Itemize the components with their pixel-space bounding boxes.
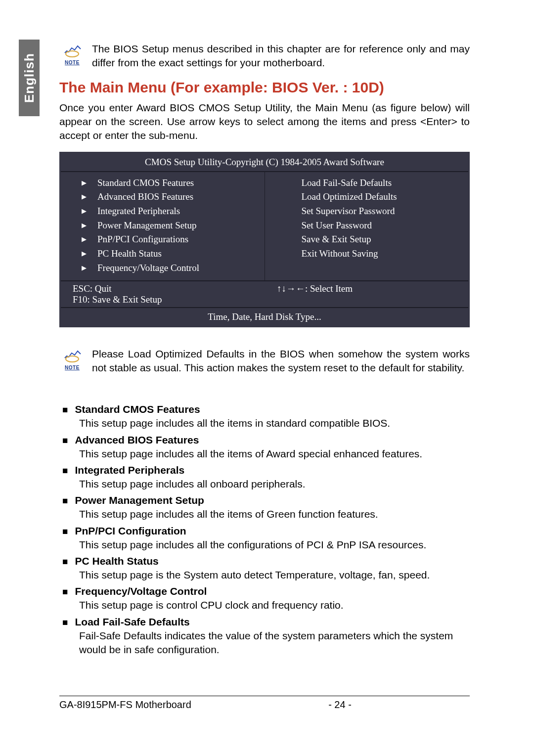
bios-item-label: Standard CMOS Features [97, 177, 194, 189]
bios-item-pc-health[interactable]: ▶PC Health Status [69, 247, 257, 261]
section-title: PnP/PCI Configuration [75, 525, 186, 537]
section-desc: This setup page includes all the items o… [79, 507, 470, 521]
bios-item-exit-no-save[interactable]: Exit Without Saving [273, 247, 461, 261]
section-desc: This setup page includes all the items o… [79, 447, 470, 461]
section-title: Integrated Peripherals [75, 464, 184, 476]
arrow-right-icon: ▶ [82, 179, 87, 187]
bullet-icon: ■ [62, 435, 68, 446]
section-integrated-peripherals: ■Integrated Peripherals This setup page … [59, 464, 470, 491]
main-heading: The Main Menu (For example: BIOS Ver. : … [59, 79, 470, 96]
section-advanced-bios: ■Advanced BIOS Features This setup page … [59, 434, 470, 461]
note-icon: NOTE [59, 347, 85, 370]
bios-help-f10: F10: Save & Exit Setup [73, 294, 256, 305]
bullet-icon: ■ [62, 526, 68, 537]
bios-item-integrated-peripherals[interactable]: ▶Integrated Peripherals [69, 204, 257, 219]
section-pc-health: ■PC Health Status This setup page is the… [59, 555, 470, 582]
section-desc: This setup page includes all the items i… [79, 416, 470, 430]
bios-item-load-failsafe[interactable]: Load Fail-Safe Defaults [273, 176, 461, 190]
section-load-failsafe: ■Load Fail-Safe Defaults Fail-Safe Defau… [59, 616, 470, 657]
note-icon: NOTE [59, 42, 85, 65]
bios-item-advanced-bios[interactable]: ▶Advanced BIOS Features [69, 190, 257, 204]
intro-paragraph: Once you enter Award BIOS CMOS Setup Uti… [59, 101, 470, 143]
bios-help-right: ↑↓→←: Select Item [256, 283, 460, 305]
bios-item-frequency-voltage[interactable]: ▶Frequency/Voltage Control [69, 261, 257, 275]
section-power-management: ■Power Management Setup This setup page … [59, 494, 470, 521]
bios-item-standard-cmos[interactable]: ▶Standard CMOS Features [69, 176, 257, 190]
section-pnp-pci: ■PnP/PCI Configuration This setup page i… [59, 525, 470, 552]
bios-item-pnp-pci[interactable]: ▶PnP/PCI Configurations [69, 232, 257, 247]
bios-main: ▶Standard CMOS Features ▶Advanced BIOS F… [61, 172, 468, 281]
section-desc: This setup page includes all the configu… [79, 538, 470, 552]
section-title: Power Management Setup [75, 494, 204, 506]
bullet-icon: ■ [62, 617, 68, 628]
bios-item-label: Power Management Setup [97, 220, 197, 232]
section-title: Standard CMOS Features [75, 403, 200, 415]
bios-item-load-optimized[interactable]: Load Optimized Defaults [273, 190, 461, 204]
bios-left-col: ▶Standard CMOS Features ▶Advanced BIOS F… [61, 172, 265, 280]
bios-title: CMOS Setup Utility-Copyright (C) 1984-20… [61, 153, 468, 172]
bios-item-power-management[interactable]: ▶Power Management Setup [69, 219, 257, 233]
bios-item-set-supervisor-pwd[interactable]: Set Supervisor Password [273, 204, 461, 219]
bullet-icon: ■ [62, 465, 68, 476]
page-content: NOTE The BIOS Setup menus described in t… [59, 42, 470, 660]
language-tab: English [19, 40, 40, 116]
arrow-right-icon: ▶ [82, 222, 87, 230]
section-title: PC Health Status [75, 555, 158, 567]
section-desc: Fail-Safe Defaults indicates the value o… [79, 629, 470, 657]
arrow-right-icon: ▶ [82, 193, 87, 201]
note-text-2: Please Load Optimized Defaults in the BI… [92, 347, 470, 375]
section-desc: This setup page includes all onboard per… [79, 477, 470, 491]
note-label: NOTE [59, 60, 85, 65]
note-label: NOTE [59, 365, 85, 370]
bios-help-left: ESC: Quit F10: Save & Exit Setup [69, 283, 256, 305]
section-title: Frequency/Voltage Control [75, 585, 207, 597]
section-title: Load Fail-Safe Defaults [75, 616, 189, 628]
section-desc: This setup page is the System auto detec… [79, 568, 470, 582]
bios-item-set-user-pwd[interactable]: Set User Password [273, 219, 461, 233]
bios-screenshot: CMOS Setup Utility-Copyright (C) 1984-20… [59, 152, 470, 327]
bios-help-esc: ESC: Quit [73, 283, 256, 294]
bullet-icon: ■ [62, 495, 68, 506]
section-standard-cmos: ■Standard CMOS Features This setup page … [59, 403, 470, 430]
section-frequency-voltage: ■Frequency/Voltage Control This setup pa… [59, 585, 470, 612]
section-desc: This setup page is control CPU clock and… [79, 598, 470, 612]
page-footer: GA-8I915PM-FS Motherboard - 24 - [59, 696, 470, 711]
arrow-right-icon: ▶ [82, 235, 87, 244]
bios-help-row: ESC: Quit F10: Save & Exit Setup ↑↓→←: S… [61, 281, 468, 308]
bullet-icon: ■ [62, 556, 68, 567]
arrow-right-icon: ▶ [82, 250, 87, 258]
bios-item-label: PC Health Status [97, 248, 162, 260]
bios-item-label: Frequency/Voltage Control [97, 262, 199, 274]
section-title: Advanced BIOS Features [75, 434, 199, 446]
bios-item-label: Integrated Peripherals [97, 205, 180, 218]
arrow-right-icon: ▶ [82, 207, 87, 216]
bullet-icon: ■ [62, 586, 68, 597]
note-block-2: NOTE Please Load Optimized Defaults in t… [59, 347, 470, 375]
bios-right-col: Load Fail-Safe Defaults Load Optimized D… [265, 172, 469, 280]
bios-item-label: PnP/PCI Configurations [97, 233, 188, 246]
section-list: ■Standard CMOS Features This setup page … [59, 403, 470, 657]
bios-item-save-exit[interactable]: Save & Exit Setup [273, 232, 461, 247]
bios-item-label: Advanced BIOS Features [97, 191, 193, 203]
svg-point-0 [66, 51, 79, 57]
bios-footer: Time, Date, Hard Disk Type... [61, 308, 468, 326]
note-text-1: The BIOS Setup menus described in this c… [92, 42, 470, 70]
bios-help-select: ↑↓→←: Select Item [277, 283, 460, 294]
arrow-right-icon: ▶ [82, 264, 87, 272]
footer-page-number: - 24 - [210, 699, 470, 711]
bullet-icon: ■ [62, 404, 68, 415]
svg-point-1 [66, 356, 79, 362]
note-block-1: NOTE The BIOS Setup menus described in t… [59, 42, 470, 70]
